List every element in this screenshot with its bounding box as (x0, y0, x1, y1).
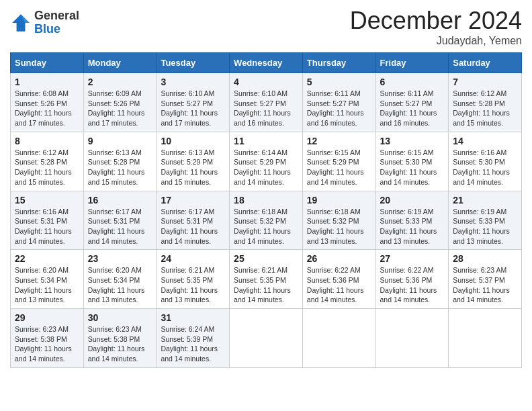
cell-text: Sunrise: 6:22 AMSunset: 5:36 PMDaylight:… (307, 266, 364, 304)
calendar-cell: 17Sunrise: 6:17 AMSunset: 5:31 PMDayligh… (157, 191, 230, 250)
cell-text: Sunrise: 6:15 AMSunset: 5:29 PMDaylight:… (307, 148, 364, 186)
cell-text: Sunrise: 6:14 AMSunset: 5:29 PMDaylight:… (234, 148, 291, 186)
calendar-cell: 2Sunrise: 6:09 AMSunset: 5:26 PMDaylight… (83, 73, 157, 132)
day-number: 9 (88, 136, 152, 146)
calendar-cell: 13Sunrise: 6:15 AMSunset: 5:30 PMDayligh… (375, 132, 449, 191)
calendar-header-row: SundayMondayTuesdayWednesdayThursdayFrid… (11, 53, 522, 73)
cell-text: Sunrise: 6:21 AMSunset: 5:35 PMDaylight:… (234, 266, 291, 304)
calendar-cell: 15Sunrise: 6:16 AMSunset: 5:31 PMDayligh… (11, 191, 84, 250)
day-number: 12 (307, 136, 371, 146)
day-number: 5 (307, 77, 371, 87)
cell-text: Sunrise: 6:11 AMSunset: 5:27 PMDaylight:… (307, 89, 364, 127)
day-number: 26 (307, 253, 371, 264)
cell-text: Sunrise: 6:10 AMSunset: 5:27 PMDaylight:… (234, 89, 291, 127)
calendar-week-row: 22Sunrise: 6:20 AMSunset: 5:34 PMDayligh… (11, 250, 522, 309)
day-number: 24 (161, 253, 225, 264)
day-number: 1 (15, 77, 79, 87)
calendar-cell: 27Sunrise: 6:22 AMSunset: 5:36 PMDayligh… (375, 250, 449, 309)
calendar-cell: 28Sunrise: 6:23 AMSunset: 5:37 PMDayligh… (449, 250, 522, 309)
day-number: 31 (161, 312, 225, 323)
cell-text: Sunrise: 6:20 AMSunset: 5:34 PMDaylight:… (15, 266, 72, 304)
cell-text: Sunrise: 6:12 AMSunset: 5:28 PMDaylight:… (15, 148, 72, 186)
logo-general: General (34, 9, 79, 23)
day-number: 2 (88, 77, 152, 87)
calendar-day-header: Sunday (11, 53, 84, 73)
calendar-cell: 21Sunrise: 6:19 AMSunset: 5:33 PMDayligh… (449, 191, 522, 250)
cell-text: Sunrise: 6:09 AMSunset: 5:26 PMDaylight:… (88, 89, 145, 127)
cell-text: Sunrise: 6:15 AMSunset: 5:30 PMDaylight:… (380, 148, 437, 186)
calendar-cell: 16Sunrise: 6:17 AMSunset: 5:31 PMDayligh… (83, 191, 157, 250)
calendar-cell: 9Sunrise: 6:13 AMSunset: 5:28 PMDaylight… (83, 132, 157, 191)
calendar-cell: 18Sunrise: 6:18 AMSunset: 5:32 PMDayligh… (230, 191, 303, 250)
calendar-cell: 1Sunrise: 6:08 AMSunset: 5:26 PMDaylight… (11, 73, 84, 132)
cell-text: Sunrise: 6:22 AMSunset: 5:36 PMDaylight:… (380, 266, 437, 304)
day-number: 27 (380, 253, 445, 264)
cell-text: Sunrise: 6:17 AMSunset: 5:31 PMDaylight:… (88, 208, 145, 245)
calendar-cell: 7Sunrise: 6:12 AMSunset: 5:28 PMDaylight… (449, 73, 522, 132)
day-number: 28 (453, 253, 517, 264)
cell-text: Sunrise: 6:23 AMSunset: 5:38 PMDaylight:… (15, 325, 72, 363)
logo-icon (10, 12, 32, 34)
cell-text: Sunrise: 6:10 AMSunset: 5:27 PMDaylight:… (161, 89, 218, 127)
cell-text: Sunrise: 6:08 AMSunset: 5:26 PMDaylight:… (15, 89, 72, 127)
day-number: 19 (307, 195, 371, 205)
calendar-cell: 30Sunrise: 6:23 AMSunset: 5:38 PMDayligh… (83, 309, 157, 368)
calendar-cell: 22Sunrise: 6:20 AMSunset: 5:34 PMDayligh… (11, 250, 84, 309)
calendar-cell: 25Sunrise: 6:21 AMSunset: 5:35 PMDayligh… (230, 250, 303, 309)
day-number: 23 (88, 253, 152, 264)
calendar-table: SundayMondayTuesdayWednesdayThursdayFrid… (10, 52, 522, 368)
calendar-week-row: 1Sunrise: 6:08 AMSunset: 5:26 PMDaylight… (11, 73, 522, 132)
calendar-cell: 26Sunrise: 6:22 AMSunset: 5:36 PMDayligh… (302, 250, 375, 309)
day-number: 7 (453, 77, 517, 87)
day-number: 29 (15, 312, 79, 323)
day-number: 20 (380, 195, 445, 205)
day-number: 8 (15, 136, 79, 146)
cell-text: Sunrise: 6:16 AMSunset: 5:30 PMDaylight:… (453, 148, 510, 186)
calendar-cell: 8Sunrise: 6:12 AMSunset: 5:28 PMDaylight… (11, 132, 84, 191)
day-number: 6 (380, 77, 445, 87)
calendar-cell: 4Sunrise: 6:10 AMSunset: 5:27 PMDaylight… (230, 73, 303, 132)
logo: General Blue (10, 9, 79, 36)
day-number: 18 (234, 195, 298, 205)
calendar-cell: 6Sunrise: 6:11 AMSunset: 5:27 PMDaylight… (375, 73, 449, 132)
cell-text: Sunrise: 6:16 AMSunset: 5:31 PMDaylight:… (15, 208, 72, 245)
day-number: 13 (380, 136, 445, 146)
cell-text: Sunrise: 6:18 AMSunset: 5:32 PMDaylight:… (307, 208, 364, 245)
calendar-cell: 12Sunrise: 6:15 AMSunset: 5:29 PMDayligh… (302, 132, 375, 191)
month-title: December 2024 (350, 7, 522, 35)
calendar-cell (375, 309, 449, 368)
day-number: 14 (453, 136, 517, 146)
day-number: 30 (88, 312, 152, 323)
cell-text: Sunrise: 6:23 AMSunset: 5:38 PMDaylight:… (88, 325, 145, 363)
cell-text: Sunrise: 6:19 AMSunset: 5:33 PMDaylight:… (380, 208, 437, 245)
calendar-week-row: 29Sunrise: 6:23 AMSunset: 5:38 PMDayligh… (11, 309, 522, 368)
calendar-cell: 31Sunrise: 6:24 AMSunset: 5:39 PMDayligh… (157, 309, 230, 368)
calendar-day-header: Friday (375, 53, 449, 73)
calendar-cell: 10Sunrise: 6:13 AMSunset: 5:29 PMDayligh… (157, 132, 230, 191)
cell-text: Sunrise: 6:11 AMSunset: 5:27 PMDaylight:… (380, 89, 437, 127)
cell-text: Sunrise: 6:17 AMSunset: 5:31 PMDaylight:… (161, 208, 218, 245)
calendar-cell: 11Sunrise: 6:14 AMSunset: 5:29 PMDayligh… (230, 132, 303, 191)
day-number: 15 (15, 195, 79, 205)
day-number: 11 (234, 136, 298, 146)
day-number: 4 (234, 77, 298, 87)
day-number: 3 (161, 77, 225, 87)
calendar-day-header: Monday (83, 53, 157, 73)
cell-text: Sunrise: 6:24 AMSunset: 5:39 PMDaylight:… (161, 325, 218, 363)
cell-text: Sunrise: 6:12 AMSunset: 5:28 PMDaylight:… (453, 89, 510, 127)
cell-text: Sunrise: 6:21 AMSunset: 5:35 PMDaylight:… (161, 266, 218, 304)
day-number: 21 (453, 195, 517, 205)
cell-text: Sunrise: 6:19 AMSunset: 5:33 PMDaylight:… (453, 208, 510, 245)
day-number: 10 (161, 136, 225, 146)
calendar-cell: 5Sunrise: 6:11 AMSunset: 5:27 PMDaylight… (302, 73, 375, 132)
day-number: 16 (88, 195, 152, 205)
calendar-cell: 14Sunrise: 6:16 AMSunset: 5:30 PMDayligh… (449, 132, 522, 191)
location-title: Judaydah, Yemen (350, 35, 522, 47)
cell-text: Sunrise: 6:18 AMSunset: 5:32 PMDaylight:… (234, 208, 291, 245)
logo-blue: Blue (34, 23, 79, 36)
calendar-cell (230, 309, 303, 368)
calendar-cell (302, 309, 375, 368)
calendar-week-row: 15Sunrise: 6:16 AMSunset: 5:31 PMDayligh… (11, 191, 522, 250)
calendar-cell: 20Sunrise: 6:19 AMSunset: 5:33 PMDayligh… (375, 191, 449, 250)
calendar-cell: 29Sunrise: 6:23 AMSunset: 5:38 PMDayligh… (11, 309, 84, 368)
